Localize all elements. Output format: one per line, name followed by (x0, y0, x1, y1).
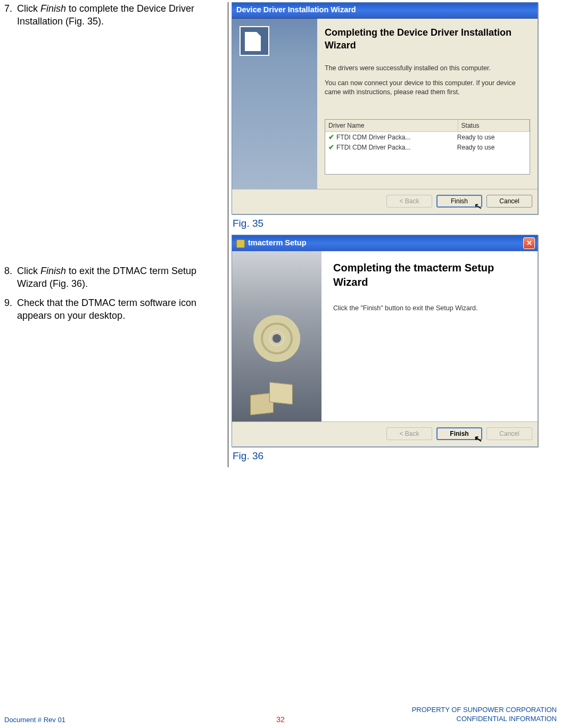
step-number: 8. (4, 264, 17, 291)
cursor-icon: ↖ (473, 433, 483, 445)
app-icon (236, 239, 245, 248)
cd-icon (253, 315, 300, 362)
wizard-text: Click the "Finish" button to exit the Se… (333, 304, 528, 312)
figures-column: Device Driver Installation Wizard Comple… (228, 2, 552, 467)
wizard-content: Completing the tmacterm Setup Wizard Cli… (321, 251, 538, 421)
window-titlebar: tmacterm Setup ✕ (232, 235, 538, 251)
window-title: Device Driver Installation Wizard (236, 5, 356, 14)
step-8: 8. Click Finish to exit the DTMAC term S… (4, 264, 225, 291)
window-title: tmacterm Setup (236, 238, 307, 247)
document-icon (240, 26, 269, 56)
cancel-button[interactable]: Cancel (486, 195, 532, 208)
wizard-text: You can now connect your device to this … (325, 79, 530, 97)
cursor-icon: ↖ (473, 201, 483, 212)
back-button: < Back (386, 427, 432, 440)
table-row[interactable]: ✔FTDI CDM Driver Packa... Ready to use (325, 142, 530, 152)
close-button[interactable]: ✕ (523, 237, 535, 249)
page-footer: Document # Rev 01 32 PROPERTY OF SUNPOWE… (0, 706, 561, 724)
tmacterm-setup-window: tmacterm Setup ✕ Completing the tmacterm… (232, 235, 538, 447)
wizard-heading: Completing the tmacterm Setup Wizard (333, 261, 528, 289)
column-header-driver-name[interactable]: Driver Name (325, 120, 458, 131)
footer-left: Document # Rev 01 (4, 716, 65, 724)
device-driver-wizard-window: Device Driver Installation Wizard Comple… (232, 2, 538, 214)
window-titlebar: Device Driver Installation Wizard (232, 3, 538, 19)
instructions-column: 7. Click Finish to complete the Device D… (4, 2, 228, 467)
step-text: Click Finish to complete the Device Driv… (17, 2, 225, 28)
step-text: Check that the DTMAC term software icon … (17, 296, 225, 322)
wizard-button-bar: < Back Finish ↖ Cancel (232, 421, 538, 446)
check-icon: ✔ (328, 133, 334, 141)
step-text: Click Finish to exit the DTMAC term Setu… (17, 264, 225, 291)
figure-caption: Fig. 36 (233, 450, 552, 462)
box-icon (259, 383, 296, 415)
step-number: 9. (4, 296, 17, 322)
figure-caption: Fig. 35 (233, 218, 552, 229)
check-icon: ✔ (328, 143, 334, 151)
back-button: < Back (386, 195, 432, 208)
cancel-button: Cancel (486, 427, 532, 440)
wizard-content: Completing the Device Driver Installatio… (317, 19, 538, 189)
wizard-button-bar: < Back Finish ↖ Cancel (232, 189, 538, 214)
step-7: 7. Click Finish to complete the Device D… (4, 2, 225, 28)
driver-table: Driver Name Status ✔FTDI CDM Driver Pack… (325, 119, 530, 175)
footer-page-number: 32 (276, 715, 285, 724)
wizard-text: The drivers were successfully installed … (325, 64, 530, 73)
wizard-sidebar (232, 19, 317, 189)
finish-button[interactable]: Finish ↖ (436, 195, 482, 208)
step-number: 7. (4, 2, 17, 28)
wizard-heading: Completing the Device Driver Installatio… (325, 26, 530, 52)
column-header-status[interactable]: Status (458, 120, 530, 131)
wizard-sidebar (232, 251, 321, 421)
step-9: 9. Check that the DTMAC term software ic… (4, 296, 225, 322)
footer-right: PROPERTY OF SUNPOWER CORPORATION CONFIDE… (412, 706, 557, 724)
table-row[interactable]: ✔FTDI CDM Driver Packa... Ready to use (325, 132, 530, 142)
finish-button[interactable]: Finish ↖ (436, 427, 482, 440)
